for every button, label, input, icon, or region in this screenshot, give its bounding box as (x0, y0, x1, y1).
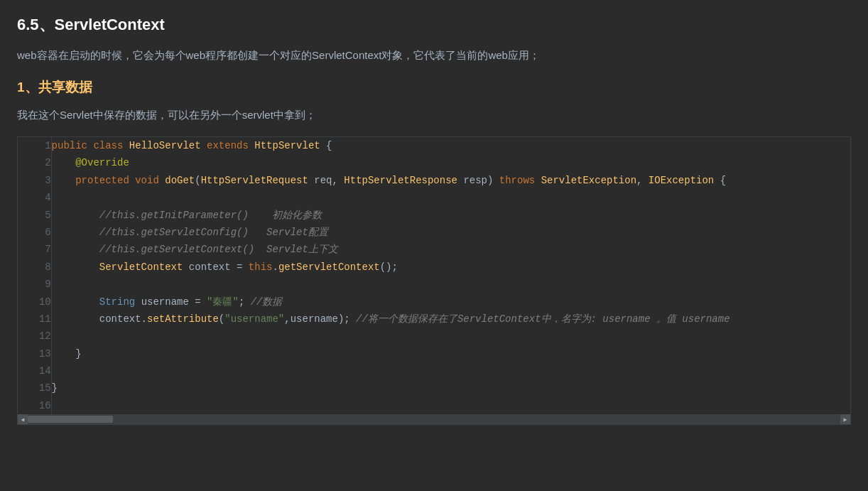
table-row: 16 (18, 397, 850, 414)
line-code: } (51, 379, 850, 396)
line-code: protected void doGet(HttpServletRequest … (51, 172, 850, 189)
table-row: 4 (18, 189, 850, 206)
scrollbar-right-arrow[interactable]: ▶ (840, 414, 850, 424)
table-row: 6 //this.getServletConfig() Servlet配置 (18, 224, 850, 241)
line-number: 15 (18, 379, 51, 396)
line-code (51, 276, 850, 293)
line-number: 13 (18, 345, 51, 362)
table-row: 10 String username = "秦疆"; //数据 (18, 293, 850, 311)
code-block: 1 public class HelloServlet extends Http… (17, 136, 851, 425)
line-code: //this.getServletConfig() Servlet配置 (51, 224, 850, 241)
line-number: 8 (18, 259, 51, 276)
table-row: 13 } (18, 345, 850, 362)
table-row: 1 public class HelloServlet extends Http… (18, 137, 850, 154)
line-number: 10 (18, 293, 51, 311)
scrollbar-left-arrow[interactable]: ◀ (18, 414, 28, 424)
line-number: 2 (18, 154, 51, 171)
line-number: 4 (18, 189, 51, 206)
table-row: 9 (18, 276, 850, 293)
table-row: 3 protected void doGet(HttpServletReques… (18, 172, 850, 189)
table-row: 14 (18, 362, 850, 379)
line-number: 1 (18, 137, 51, 154)
sub-desc: 我在这个Servlet中保存的数据，可以在另外一个servlet中拿到； (17, 107, 851, 124)
table-row: 5 //this.getInitParameter() 初始化参数 (18, 207, 850, 224)
table-row: 12 (18, 328, 850, 345)
subsection-title: 1、共享数据 (17, 78, 851, 97)
line-number: 5 (18, 207, 51, 224)
table-row: 11 context.setAttribute("username",usern… (18, 311, 850, 328)
code-table: 1 public class HelloServlet extends Http… (18, 137, 850, 414)
line-code: @Override (51, 154, 850, 171)
line-number: 14 (18, 362, 51, 379)
line-code: context.setAttribute("username",username… (51, 311, 850, 328)
line-number: 7 (18, 241, 51, 258)
table-row: 8 ServletContext context = this.getServl… (18, 259, 850, 276)
line-code: } (51, 345, 850, 362)
scrollbar-thumb[interactable] (28, 416, 113, 423)
line-number: 12 (18, 328, 51, 345)
section-title: 6.5、ServletContext (17, 14, 851, 36)
line-code (51, 189, 850, 206)
line-number: 6 (18, 224, 51, 241)
line-code: String username = "秦疆"; //数据 (51, 293, 850, 311)
line-code: //this.getInitParameter() 初始化参数 (51, 207, 850, 224)
line-code (51, 397, 850, 414)
table-row: 15 } (18, 379, 850, 396)
line-number: 11 (18, 311, 51, 328)
subsection-title-text: 1、共享数据 (17, 80, 92, 95)
table-row: 7 //this.getServletContext() Servlet上下文 (18, 241, 850, 258)
table-row: 2 @Override (18, 154, 850, 171)
line-number: 9 (18, 276, 51, 293)
line-number: 3 (18, 172, 51, 189)
line-code: public class HelloServlet extends HttpSe… (51, 137, 850, 154)
line-code (51, 362, 850, 379)
line-code: ServletContext context = this.getServlet… (51, 259, 850, 276)
scrollbar-track[interactable]: ◀ ▶ (18, 414, 850, 424)
line-number: 16 (18, 397, 51, 414)
section-desc: web容器在启动的时候，它会为每个web程序都创建一个对应的ServletCon… (17, 47, 851, 64)
line-code: //this.getServletContext() Servlet上下文 (51, 241, 850, 258)
line-code (51, 328, 850, 345)
page-container: 6.5、ServletContext web容器在启动的时候，它会为每个web程… (0, 0, 868, 425)
